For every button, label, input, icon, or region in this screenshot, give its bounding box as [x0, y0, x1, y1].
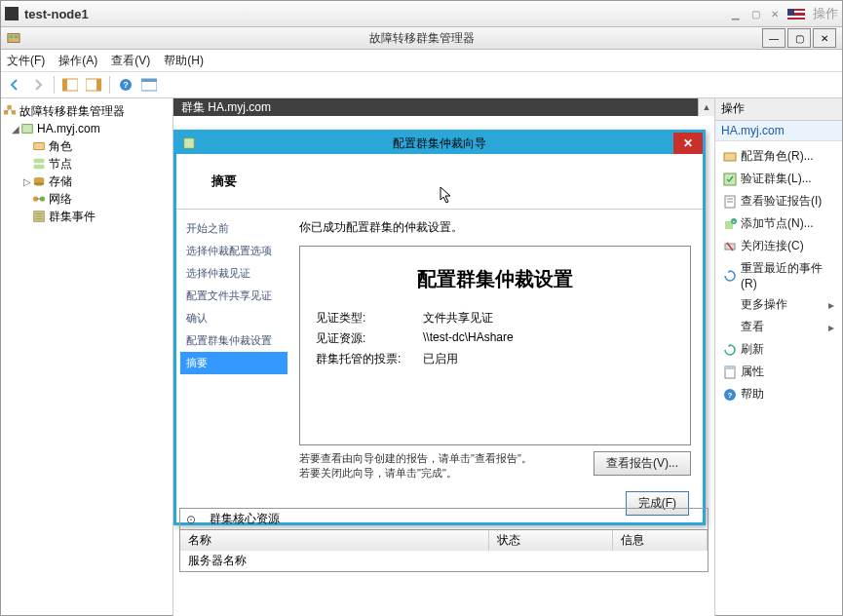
core-row-server-name[interactable]: 服务器名称 — [180, 551, 708, 571]
tree-root[interactable]: 故障转移群集管理器 — [3, 102, 171, 120]
action-view-report[interactable]: 查看验证报告(I) — [715, 190, 842, 212]
action-refresh[interactable]: 刷新 — [715, 338, 842, 361]
outer-title: test-node1 — [24, 7, 89, 21]
properties-icon — [723, 366, 737, 379]
menu-action[interactable]: 操作(A) — [58, 53, 97, 69]
action-help[interactable]: ?帮助 — [715, 383, 842, 405]
properties-button[interactable] — [84, 75, 103, 95]
collapse-icon[interactable]: ◢ — [11, 124, 20, 135]
view-report-button[interactable]: 查看报告(V)... — [594, 451, 691, 476]
scroll-up-icon[interactable]: ▲ — [698, 98, 714, 116]
show-hide-button[interactable] — [60, 75, 80, 95]
wizard-body: 开始之前 选择仲裁配置选项 选择仲裁见证 配置文件共享见证 确认 配置群集仲裁设… — [176, 210, 703, 486]
menu-help[interactable]: 帮助(H) — [164, 53, 204, 69]
inner-minimize-button[interactable]: — — [762, 28, 786, 48]
action-configure-role[interactable]: 配置角色(R)... — [715, 145, 842, 168]
forward-button[interactable] — [28, 75, 48, 95]
actions-title: 操作 — [715, 98, 842, 121]
tree-node-roles[interactable]: 角色 — [3, 137, 171, 155]
wizard-step[interactable]: 选择仲裁见证 — [180, 262, 287, 285]
svg-rect-30 — [184, 138, 195, 149]
col-status[interactable]: 状态 — [489, 530, 613, 551]
language-flag-icon[interactable] — [787, 9, 805, 19]
svg-text:?: ? — [123, 80, 129, 90]
svg-rect-6 — [96, 79, 101, 91]
help-icon: ? — [723, 388, 737, 402]
summary-row: 见证类型:文件共享见证 — [316, 310, 674, 327]
svg-rect-17 — [34, 143, 45, 150]
action-close-connection[interactable]: 关闭连接(C) — [715, 235, 842, 257]
action-reset-events[interactable]: 重置最近的事件(R) — [715, 257, 842, 293]
tree-cluster[interactable]: ◢ HA.myj.com — [3, 120, 171, 137]
collapse-toggle-icon[interactable]: ⊙ — [180, 511, 202, 528]
wizard-step-active[interactable]: 摘要 — [180, 352, 287, 374]
reset-icon — [723, 269, 737, 283]
action-more[interactable]: 更多操作▸ — [715, 293, 842, 316]
inner-titlebar: 故障转移群集管理器 — ▢ ✕ — [1, 27, 842, 50]
tree-panel: 故障转移群集管理器 ◢ HA.myj.com 角色 节点 ▷ 存储 — [1, 98, 173, 616]
svg-rect-42 — [725, 366, 735, 369]
close-conn-icon — [723, 240, 737, 253]
networks-icon — [32, 192, 46, 206]
wizard-close-button[interactable]: ✕ — [673, 133, 703, 154]
svg-point-22 — [34, 182, 45, 186]
col-name[interactable]: 名称 — [180, 530, 489, 551]
tree-node-nodes[interactable]: 节点 — [3, 155, 171, 173]
inner-close-button[interactable]: ✕ — [813, 28, 836, 48]
refresh-button[interactable] — [139, 75, 159, 95]
body-area: 故障转移群集管理器 ◢ HA.myj.com 角色 节点 ▷ 存储 — [1, 98, 842, 616]
core-table-header: 名称 状态 信息 — [180, 529, 708, 551]
tree-node-storage[interactable]: ▷ 存储 — [3, 173, 171, 190]
nodes-icon — [32, 157, 46, 171]
wizard-step[interactable]: 确认 — [180, 307, 287, 329]
tree-node-networks[interactable]: 网络 — [3, 190, 171, 208]
menu-file[interactable]: 文件(F) — [7, 53, 45, 69]
wizard-titlebar[interactable]: 配置群集仲裁向导 ✕ — [176, 133, 703, 154]
wizard-main: 你已成功配置群集的仲裁设置。 配置群集仲裁设置 见证类型:文件共享见证 见证资源… — [291, 210, 703, 486]
inner-title: 故障转移群集管理器 — [369, 30, 475, 47]
help-button[interactable]: ? — [116, 75, 135, 95]
wizard-step[interactable]: 配置文件共享见证 — [180, 285, 287, 307]
inner-maximize-button[interactable]: ▢ — [787, 28, 811, 48]
outer-titlebar: test-node1 ▁ ▢ ✕ 操作 — [1, 1, 842, 27]
svg-rect-13 — [7, 105, 11, 109]
wizard-steps: 开始之前 选择仲裁配置选项 选择仲裁见证 配置文件共享见证 确认 配置群集仲裁设… — [176, 210, 291, 486]
action-add-node[interactable]: +添加节点(N)... — [715, 212, 842, 235]
tree-node-events[interactable]: 群集事件 — [3, 208, 171, 225]
svg-text:?: ? — [728, 391, 733, 400]
wizard-step[interactable]: 选择仲裁配置选项 — [180, 240, 287, 262]
action-validate-cluster[interactable]: 验证群集(L)... — [715, 168, 842, 190]
outer-ops-label[interactable]: 操作 — [813, 5, 838, 22]
svg-text:+: + — [733, 218, 736, 224]
center-header: 群集 HA.myj.com ▲ — [173, 98, 714, 116]
core-resources-panel: ⊙ 群集核心资源 名称 状态 信息 服务器名称 — [179, 508, 709, 572]
menu-bar: 文件(F) 操作(A) 查看(V) 帮助(H) — [1, 50, 842, 72]
summary-row: 群集托管的投票:已启用 — [316, 351, 674, 367]
expand-icon[interactable]: ▷ — [22, 176, 32, 187]
svg-rect-19 — [34, 165, 45, 169]
app-window: test-node1 ▁ ▢ ✕ 操作 故障转移群集管理器 — ▢ ✕ 文件(F… — [0, 0, 843, 616]
actions-subtitle: HA.myj.com — [715, 121, 842, 141]
wizard-step[interactable]: 配置群集仲裁设置 — [180, 329, 287, 352]
role-icon — [723, 150, 737, 164]
cluster-manager-icon — [3, 104, 17, 118]
submenu-arrow-icon: ▸ — [828, 298, 834, 312]
maximize-icon[interactable]: ▢ — [747, 7, 764, 20]
wizard-summary-box: 配置群集仲裁设置 见证类型:文件共享见证 见证资源:\\test-dc\HAsh… — [299, 246, 691, 445]
storage-icon — [32, 174, 46, 188]
close-icon[interactable]: ✕ — [766, 7, 784, 20]
actions-panel: 操作 HA.myj.com 配置角色(R)... 验证群集(L)... 查看验证… — [714, 98, 842, 616]
back-button[interactable] — [5, 75, 24, 95]
action-view[interactable]: 查看▸ — [715, 316, 842, 338]
wizard-note: 若要查看由向导创建的报告，请单击"查看报告"。 若要关闭此向导，请单击"完成"。… — [299, 451, 691, 481]
col-info[interactable]: 信息 — [613, 530, 708, 551]
action-properties[interactable]: 属性 — [715, 361, 842, 383]
core-resources-title: 群集核心资源 — [202, 509, 287, 529]
wizard-step[interactable]: 开始之前 — [180, 217, 287, 240]
minimize-icon[interactable]: ▁ — [727, 7, 745, 20]
menu-view[interactable]: 查看(V) — [111, 53, 150, 69]
validate-icon — [723, 173, 737, 186]
svg-rect-2 — [15, 35, 19, 38]
mmc-icon — [7, 31, 20, 45]
app-icon — [5, 7, 19, 20]
